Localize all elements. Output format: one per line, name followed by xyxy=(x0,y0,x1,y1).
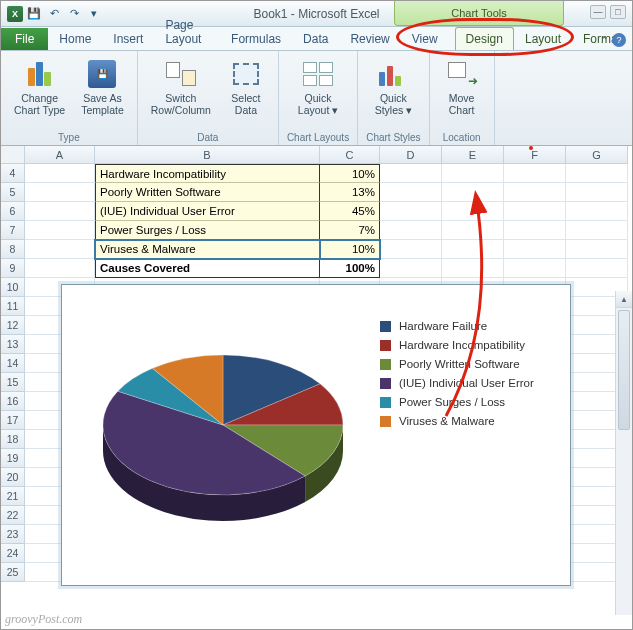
cell-B6[interactable]: (IUE) Individual User Error xyxy=(95,202,320,221)
cell-D9[interactable] xyxy=(380,259,442,278)
cell-G8[interactable] xyxy=(566,240,628,259)
cell-F4[interactable] xyxy=(504,164,566,183)
cell-D7[interactable] xyxy=(380,221,442,240)
tab-formulas[interactable]: Formulas xyxy=(220,27,292,50)
scroll-up-button[interactable]: ▲ xyxy=(616,291,632,308)
cell-D6[interactable] xyxy=(380,202,442,221)
cell-A6[interactable] xyxy=(25,202,95,221)
save-as-template-button[interactable]: 💾 Save As Template xyxy=(76,55,129,130)
cell-E8[interactable] xyxy=(442,240,504,259)
cell-C9[interactable]: 100% xyxy=(320,259,380,278)
cell-E5[interactable] xyxy=(442,183,504,202)
switch-row-column-button[interactable]: Switch Row/Column xyxy=(146,55,216,130)
cell-A4[interactable] xyxy=(25,164,95,183)
cell-E4[interactable] xyxy=(442,164,504,183)
chart-legend[interactable]: Hardware FailureHardware Incompatibility… xyxy=(380,285,570,585)
cell-B5[interactable]: Poorly Written Software xyxy=(95,183,320,202)
row-header-20[interactable]: 20 xyxy=(1,468,25,487)
qat-save-button[interactable]: 💾 xyxy=(25,5,43,23)
row-header-17[interactable]: 17 xyxy=(1,411,25,430)
legend-item[interactable]: Hardware Incompatibility xyxy=(380,339,562,351)
col-header-e[interactable]: E xyxy=(442,146,504,164)
row-header-11[interactable]: 11 xyxy=(1,297,25,316)
row-header-4[interactable]: 4 xyxy=(1,164,25,183)
row-header-15[interactable]: 15 xyxy=(1,373,25,392)
row-header-5[interactable]: 5 xyxy=(1,183,25,202)
cell-D8[interactable] xyxy=(380,240,442,259)
tab-file[interactable]: File xyxy=(1,28,48,50)
row-header-16[interactable]: 16 xyxy=(1,392,25,411)
help-button[interactable]: ? xyxy=(612,33,626,47)
scroll-thumb[interactable] xyxy=(618,310,630,430)
cell-F8[interactable] xyxy=(504,240,566,259)
cell-F7[interactable] xyxy=(504,221,566,240)
tab-design[interactable]: Design xyxy=(455,27,514,50)
cell-D5[interactable] xyxy=(380,183,442,202)
minimize-button[interactable]: — xyxy=(590,5,606,19)
col-header-b[interactable]: B xyxy=(95,146,320,164)
cell-B7[interactable]: Power Surges / Loss xyxy=(95,221,320,240)
quick-styles-button[interactable]: Quick Styles ▾ xyxy=(369,55,417,130)
row-header-24[interactable]: 24 xyxy=(1,544,25,563)
legend-item[interactable]: (IUE) Individual User Error xyxy=(380,377,562,389)
move-chart-button[interactable]: Move Chart xyxy=(438,55,486,130)
cell-E7[interactable] xyxy=(442,221,504,240)
row-header-10[interactable]: 10 xyxy=(1,278,25,297)
cell-A8[interactable] xyxy=(25,240,95,259)
tab-page-layout[interactable]: Page Layout xyxy=(154,13,220,50)
tab-review[interactable]: Review xyxy=(339,27,400,50)
cell-D4[interactable] xyxy=(380,164,442,183)
legend-item[interactable]: Hardware Failure xyxy=(380,320,562,332)
tab-home[interactable]: Home xyxy=(48,27,102,50)
legend-item[interactable]: Poorly Written Software xyxy=(380,358,562,370)
cell-G9[interactable] xyxy=(566,259,628,278)
cell-A5[interactable] xyxy=(25,183,95,202)
cell-A9[interactable] xyxy=(25,259,95,278)
legend-item[interactable]: Viruses & Malware xyxy=(380,415,562,427)
row-header-8[interactable]: 8 xyxy=(1,240,25,259)
quick-layout-button[interactable]: Quick Layout ▾ xyxy=(293,55,343,130)
worksheet[interactable]: A B C D E F G 4Hardware Incompatibility1… xyxy=(1,146,632,615)
cell-G5[interactable] xyxy=(566,183,628,202)
col-header-a[interactable]: A xyxy=(25,146,95,164)
cell-G6[interactable] xyxy=(566,202,628,221)
embedded-chart[interactable]: Hardware FailureHardware Incompatibility… xyxy=(61,284,571,586)
cell-E9[interactable] xyxy=(442,259,504,278)
row-header-23[interactable]: 23 xyxy=(1,525,25,544)
change-chart-type-button[interactable]: Change Chart Type xyxy=(9,55,70,130)
select-all-corner[interactable] xyxy=(1,146,25,164)
chart-plot-area[interactable] xyxy=(62,285,380,585)
cell-B8[interactable]: Viruses & Malware xyxy=(95,240,320,259)
vertical-scrollbar[interactable]: ▲ xyxy=(615,291,632,615)
row-header-9[interactable]: 9 xyxy=(1,259,25,278)
tab-view[interactable]: View xyxy=(401,27,449,50)
cell-G4[interactable] xyxy=(566,164,628,183)
cell-B9[interactable]: Causes Covered xyxy=(95,259,320,278)
col-header-c[interactable]: C xyxy=(320,146,380,164)
cell-F6[interactable] xyxy=(504,202,566,221)
cell-F5[interactable] xyxy=(504,183,566,202)
cell-B4[interactable]: Hardware Incompatibility xyxy=(95,164,320,183)
row-header-12[interactable]: 12 xyxy=(1,316,25,335)
select-data-button[interactable]: Select Data xyxy=(222,55,270,130)
cell-E6[interactable] xyxy=(442,202,504,221)
row-header-21[interactable]: 21 xyxy=(1,487,25,506)
minimize-ribbon-button[interactable]: ⌃ xyxy=(600,35,608,46)
row-header-14[interactable]: 14 xyxy=(1,354,25,373)
col-header-g[interactable]: G xyxy=(566,146,628,164)
row-header-13[interactable]: 13 xyxy=(1,335,25,354)
cell-C4[interactable]: 10% xyxy=(320,164,380,183)
row-header-6[interactable]: 6 xyxy=(1,202,25,221)
row-header-18[interactable]: 18 xyxy=(1,430,25,449)
qat-redo-button[interactable]: ↷ xyxy=(65,5,83,23)
cell-C6[interactable]: 45% xyxy=(320,202,380,221)
tab-layout[interactable]: Layout xyxy=(514,27,572,50)
row-header-22[interactable]: 22 xyxy=(1,506,25,525)
row-header-7[interactable]: 7 xyxy=(1,221,25,240)
cell-C8[interactable]: 10% xyxy=(320,240,380,259)
row-header-19[interactable]: 19 xyxy=(1,449,25,468)
qat-undo-button[interactable]: ↶ xyxy=(45,5,63,23)
legend-item[interactable]: Power Surges / Loss xyxy=(380,396,562,408)
cell-A7[interactable] xyxy=(25,221,95,240)
tab-insert[interactable]: Insert xyxy=(102,27,154,50)
